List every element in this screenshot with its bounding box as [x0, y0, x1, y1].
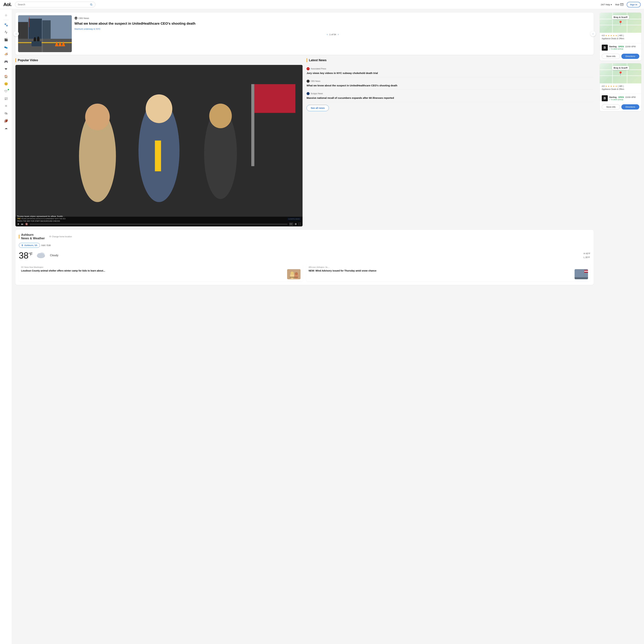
change-location-link[interactable]: Change home location — [49, 235, 72, 238]
story-prev-button[interactable]: ‹ — [13, 31, 19, 36]
sidebar-item-pets[interactable]: 🐾 — [2, 21, 10, 28]
two-column-section: Popular Video — [15, 58, 594, 226]
sidebar-item-food[interactable]: 🍜 — [2, 51, 10, 58]
svg-point-40 — [290, 272, 294, 275]
latest-news-bar — [307, 58, 307, 62]
sidebar-item-sports[interactable]: 🏈 — [2, 117, 10, 124]
ad-info-0: 4.6 ★ ★ ★ ★ ★ (485) Appliance Deals & Of… — [600, 33, 641, 43]
add-edit-button[interactable]: Add / Edit — [41, 244, 51, 247]
svg-rect-47 — [584, 270, 588, 271]
header-right: 24/7 Help ▾ Mail Sign in — [601, 2, 641, 7]
local-news-headline-0[interactable]: Loudoun County animal shelter offers win… — [21, 269, 285, 273]
store-detail-text-1: Sterling OPEN 10AM–6PM ✓ In-store pickup — [609, 96, 639, 101]
local-news-source-0: DC News Now Washington — [21, 266, 301, 268]
cbs-icon — [307, 80, 310, 83]
store-detail-row-0: B Sterling OPEN 10AM–6PM ✓ In-store pick… — [600, 43, 641, 52]
sidebar-item-shopping[interactable]: 🛍 — [2, 110, 10, 117]
review-count-0: ( — [618, 34, 619, 37]
local-news-row: DC News Now Washington Loudoun County an… — [19, 264, 590, 282]
svg-rect-31 — [307, 93, 309, 94]
sidebar-item-emoji[interactable]: 😊 — [2, 81, 10, 87]
popular-video-title-row: Popular Video — [15, 58, 303, 62]
sidebar-item-security[interactable]: 🛡 — [2, 88, 10, 95]
temperature: 38°F — [19, 250, 33, 260]
weather-section: Ashburn News & Weather Change home locat… — [15, 230, 594, 285]
rating-0: 4.6 — [602, 34, 605, 37]
sidebar-item-science[interactable]: ⚛ — [2, 103, 10, 109]
pagination-prev-button[interactable]: ‹ — [327, 33, 328, 36]
see-all-news-button[interactable]: See all news — [307, 105, 329, 111]
video-lower-bar: TRU TRUMP [VETERANS ADVOCACY] AGREEMENT … — [15, 217, 303, 226]
store-info-button-1[interactable]: Store info — [602, 104, 620, 110]
star-3: ★ — [610, 34, 612, 37]
cc-button[interactable]: CC — [289, 223, 293, 225]
news-source-ap: AP Associated Press — [307, 67, 594, 70]
rating-1: 4.6 — [602, 85, 605, 87]
star-1b: ★ — [605, 85, 607, 87]
sidebar-item-bookmark[interactable]: ☆ — [2, 12, 10, 19]
video-controls: ⏸ ⏭ 🔇 CC ⚙ ⛶ — [17, 223, 301, 225]
local-news-headline-1[interactable]: NEW: Wind Advisory issued for Thursday a… — [309, 269, 573, 273]
skip-button[interactable]: ⏭ — [21, 223, 23, 225]
top-story-source-row: CBS CBS News — [74, 17, 591, 20]
top-story-sublink[interactable]: Manhunt underway in NYC — [74, 28, 591, 30]
top-story-headline: What we know about the suspect in United… — [74, 21, 591, 26]
play-pause-button[interactable]: ⏸ — [17, 223, 19, 225]
location-pill[interactable]: Ashburn, VA — [19, 243, 40, 248]
sidebar-item-games[interactable]: 🎮 — [2, 58, 10, 65]
search-bar[interactable] — [15, 2, 95, 7]
mail-button[interactable]: Mail — [615, 3, 623, 6]
svg-point-26 — [209, 104, 232, 128]
directions-button-1[interactable]: Directions — [621, 104, 639, 110]
star-2b: ★ — [608, 85, 610, 87]
top-story-card: ‹ — [15, 13, 594, 55]
search-input[interactable] — [18, 3, 90, 6]
sidebar-item-health[interactable]: ❤ — [2, 66, 10, 72]
hi-lo-temps: H 43°F L 35°F — [583, 252, 590, 259]
sidebar-item-movies[interactable]: 🎬 — [2, 36, 10, 43]
video-lower-bar-sub: PAVES THE WAY FOR STAFF BACKGROUND CHECK… — [17, 220, 301, 222]
weather-condition: Cloudy — [50, 254, 58, 257]
mute-button[interactable]: 🔇 — [25, 223, 28, 225]
store-pickup-1: ✓ In-store pickup — [609, 98, 639, 101]
mail-icon — [620, 3, 623, 6]
local-news-text-0: Loudoun County animal shelter offers win… — [21, 269, 285, 279]
news-headline-1[interactable]: What we know about the suspect in United… — [307, 84, 594, 87]
sidebar-item-finance[interactable] — [2, 29, 10, 36]
settings-button[interactable]: ⚙ — [295, 223, 297, 225]
svg-rect-38 — [287, 269, 301, 279]
star-4b: ★ — [613, 85, 615, 87]
directions-button-0[interactable]: Directions — [621, 54, 639, 59]
pagination-row: ‹ 1 of 54 › — [74, 33, 591, 36]
sidebar-item-weather[interactable]: ☁ — [2, 125, 10, 131]
store-pickup-0: ✓ In-store pickup — [609, 48, 639, 50]
sign-in-button[interactable]: Sign in — [627, 2, 641, 7]
sidebar-item-home[interactable]: 🏠 — [2, 73, 10, 80]
local-news-card-0: DC News Now Washington Loudoun County an… — [19, 264, 303, 282]
fullscreen-button[interactable]: ⛶ — [299, 223, 301, 225]
news-headline-2[interactable]: Massive national recall of cucumbers exp… — [307, 96, 594, 100]
video-player[interactable]: Trump team signs agreement to allow Just… — [15, 65, 303, 226]
news-headline-0[interactable]: Jury views key videos in NYC subway chok… — [307, 71, 594, 75]
weather-display: 38°F Cloudy H 43°F L 35°F — [19, 250, 590, 260]
svg-point-33 — [22, 245, 23, 246]
star-halfb: ★ — [615, 85, 617, 87]
aol-logo: Aol. — [3, 2, 12, 7]
ad-actions-0: Store info Directions — [600, 52, 641, 61]
news-source-scripps: Scripps News — [307, 92, 594, 95]
store-logo-0: B — [602, 45, 608, 51]
weather-bar — [19, 235, 19, 239]
progress-bar[interactable] — [30, 224, 288, 224]
store-detail-text-0: Sterling OPEN 10AM–6PM ✓ In-store pickup — [609, 45, 639, 50]
help-button[interactable]: 24/7 Help ▾ — [601, 3, 612, 6]
story-next-button[interactable]: › — [590, 31, 596, 36]
pagination-next-button[interactable]: › — [338, 33, 339, 36]
sidebar-item-sneakers[interactable]: 👟 — [2, 44, 10, 50]
weather-location-row: Ashburn, VA Add / Edit — [19, 243, 590, 248]
ad-card-0: Ad Bray & Scarff 📍 4.6 ★ ★ ★ ★ ★ (485) — [600, 13, 641, 61]
sidebar-item-news[interactable]: 📰 — [2, 95, 10, 102]
store-info-button-0[interactable]: Store info — [602, 54, 620, 59]
svg-line-1 — [92, 5, 92, 6]
star-half: ★ — [615, 34, 617, 37]
map-pin-1: 📍 — [618, 71, 623, 76]
